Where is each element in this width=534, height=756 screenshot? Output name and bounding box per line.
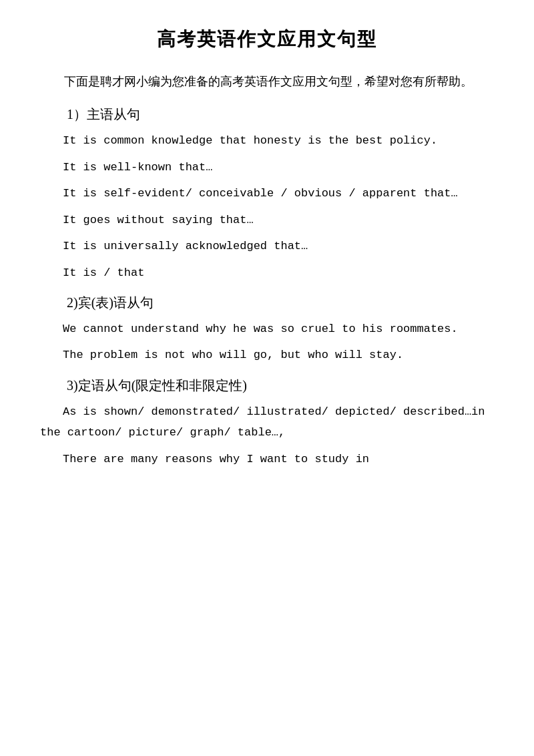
section-3: 3)定语从句(限定性和非限定性) As is shown/ demonstrat… [40,377,494,469]
section-1-item-4: It goes without saying that… [40,210,494,230]
section-2-heading: 2)宾(表)语从句 [67,294,494,312]
section-2: 2)宾(表)语从句 We cannot understand why he wa… [40,294,494,366]
section-3-item-2: There are many reasons why I want to stu… [40,449,494,469]
section-1-item-2: It is well-known that… [40,157,494,178]
section-1: 1）主语从句 It is common knowledge that hones… [40,106,494,283]
section-3-item-1: As is shown/ demonstrated/ illustrated/ … [40,401,494,443]
section-1-item-1: It is common knowledge that honesty is t… [40,130,494,151]
page-title: 高考英语作文应用文句型 [40,27,494,52]
section-1-item-6: It is / that [40,262,494,283]
intro-text: 下面是聘才网小编为您准备的高考英语作文应用文句型，希望对您有所帮助。 [40,71,494,92]
section-2-item-2: The problem is not who will go, but who … [40,345,494,365]
section-1-item-3: It is self-evident/ conceivable / obviou… [40,183,494,204]
section-1-heading: 1）主语从句 [67,106,494,124]
section-3-heading: 3)定语从句(限定性和非限定性) [67,377,494,395]
section-2-item-1: We cannot understand why he was so cruel… [40,319,494,339]
section-1-item-5: It is universally acknowledged that… [40,236,494,256]
